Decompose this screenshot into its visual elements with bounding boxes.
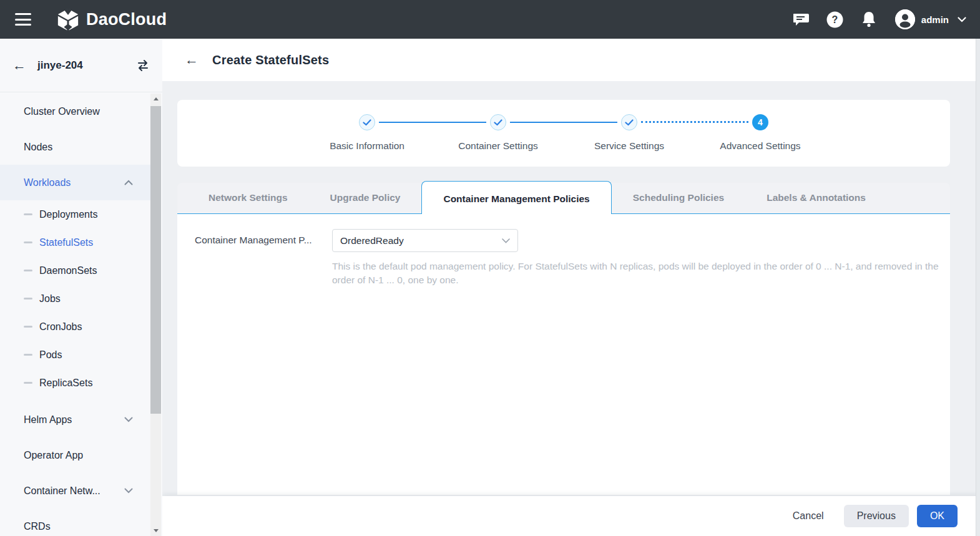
page-title: Create StatefulSets	[212, 53, 329, 67]
username[interactable]: admin	[921, 14, 949, 25]
stepper-card: Basic Information Container Settings Ser…	[177, 100, 950, 167]
select-value: OrderedReady	[340, 235, 404, 246]
step-label: Advanced Settings	[695, 140, 826, 152]
ok-button[interactable]: OK	[917, 505, 958, 527]
dash-icon	[24, 298, 32, 300]
sidebar-item-deployments[interactable]: Deployments	[0, 200, 150, 228]
brand-name: DaoCloud	[86, 10, 167, 29]
sidebar-item-label: Deployments	[39, 209, 97, 220]
topbar: DaoCloud ? admin	[0, 0, 980, 39]
sidebar-item-label: Container Netw...	[24, 485, 100, 497]
page-header: ← Create StatefulSets	[162, 39, 980, 81]
form-row: Container Management P... OrderedReady T…	[195, 229, 950, 287]
chevron-down-icon	[502, 238, 510, 243]
dash-icon	[24, 241, 32, 243]
pod-management-policy-select[interactable]: OrderedReady	[332, 229, 518, 252]
sidebar-item-label: Pods	[39, 349, 62, 361]
step-label: Service Settings	[564, 140, 695, 152]
tab-upgrade-policy[interactable]: Upgrade Policy	[309, 182, 422, 213]
messages-icon[interactable]	[793, 11, 810, 28]
cancel-button[interactable]: Cancel	[793, 510, 824, 522]
step-check-icon	[359, 114, 375, 130]
main-scrollbar-track[interactable]	[976, 39, 980, 536]
step-check-icon	[621, 114, 637, 130]
dash-icon	[24, 326, 32, 328]
cluster-back-icon[interactable]: ←	[12, 59, 26, 72]
tab-container-management-policies[interactable]: Container Management Policies	[421, 181, 611, 214]
sidebar-item-label: Nodes	[24, 142, 52, 153]
step-number: 4	[758, 117, 763, 127]
sidebar-item-label: Helm Apps	[24, 414, 72, 426]
menu-icon[interactable]	[15, 13, 31, 26]
user-menu-chevron-icon[interactable]	[958, 17, 966, 22]
sidebar-scrollbar[interactable]	[150, 94, 161, 536]
previous-button[interactable]: Previous	[844, 505, 909, 527]
sidebar-item-replicasets[interactable]: ReplicaSets	[0, 369, 150, 397]
sidebar-item-label: Cluster Overview	[24, 106, 100, 117]
sidebar-item-label: ReplicaSets	[39, 378, 92, 389]
scroll-up-icon[interactable]	[150, 94, 161, 104]
step-number-badge: 4	[752, 114, 768, 130]
step-advanced-settings: 4 Advanced Settings	[695, 114, 826, 167]
sidebar-item-daemonsets[interactable]: DaemonSets	[0, 256, 150, 285]
sidebar: ← jinye-204 Cluster Overview Nodes Workl…	[0, 39, 162, 536]
sidebar-header: ← jinye-204	[0, 39, 162, 92]
chevron-up-icon	[124, 180, 133, 185]
sidebar-item-workloads[interactable]: Workloads	[0, 165, 150, 200]
sidebar-nav: Cluster Overview Nodes Workloads Deploym…	[0, 94, 150, 536]
sidebar-item-statefulsets[interactable]: StatefulSets	[0, 228, 150, 256]
svg-text:?: ?	[832, 14, 838, 25]
dash-icon	[24, 270, 32, 271]
scrollbar-thumb[interactable]	[150, 106, 161, 414]
help-icon[interactable]: ?	[826, 11, 844, 28]
sidebar-item-label: CronJobs	[39, 321, 82, 333]
daocloud-logo-icon	[56, 7, 80, 31]
main-content: ← Create StatefulSets Basic Information …	[162, 39, 980, 536]
switch-cluster-icon[interactable]	[136, 59, 150, 72]
sidebar-item-label: DaemonSets	[39, 265, 97, 276]
step-label: Basic Information	[301, 140, 433, 152]
page-back-icon[interactable]: ←	[185, 53, 198, 67]
settings-panel: Network Settings Upgrade Policy Containe…	[177, 183, 950, 495]
dash-icon	[24, 213, 32, 215]
brand-logo[interactable]: DaoCloud	[56, 7, 167, 31]
sidebar-item-label: Operator App	[24, 450, 83, 461]
tab-labels-annotations[interactable]: Labels & Annotations	[745, 182, 887, 213]
sidebar-item-label: StatefulSets	[39, 237, 93, 248]
sidebar-item-label: CRDs	[24, 521, 51, 532]
sidebar-item-helm-apps[interactable]: Helm Apps	[0, 402, 150, 437]
sidebar-item-label: Workloads	[24, 177, 71, 188]
sidebar-item-jobs[interactable]: Jobs	[0, 285, 150, 313]
cluster-name: jinye-204	[37, 59, 83, 72]
tab-panel-body: Container Management P... OrderedReady T…	[177, 214, 950, 495]
footer-actions: Cancel Previous OK	[162, 496, 980, 536]
step-check-icon	[490, 114, 506, 130]
sidebar-item-cluster-overview[interactable]: Cluster Overview	[0, 94, 150, 129]
avatar[interactable]	[895, 9, 915, 29]
dash-icon	[24, 382, 32, 384]
sidebar-item-label: Jobs	[39, 293, 61, 305]
field-help-text: This is the default pod management polic…	[332, 260, 950, 287]
tab-scheduling-policies[interactable]: Scheduling Policies	[612, 182, 745, 213]
scroll-down-icon[interactable]	[150, 525, 161, 536]
tab-network-settings[interactable]: Network Settings	[187, 182, 309, 213]
step-label: Container Settings	[433, 140, 564, 152]
sidebar-item-pods[interactable]: Pods	[0, 341, 150, 369]
sidebar-item-crds[interactable]: CRDs	[0, 509, 150, 536]
notifications-icon[interactable]	[860, 11, 878, 28]
sidebar-item-nodes[interactable]: Nodes	[0, 129, 150, 165]
sidebar-item-cronjobs[interactable]: CronJobs	[0, 313, 150, 341]
chevron-down-icon	[124, 488, 133, 494]
sidebar-item-operator-app[interactable]: Operator App	[0, 437, 150, 473]
dash-icon	[24, 354, 32, 356]
field-label: Container Management P...	[195, 229, 332, 287]
sidebar-item-container-network[interactable]: Container Netw...	[0, 473, 150, 509]
tabbar: Network Settings Upgrade Policy Containe…	[177, 183, 950, 214]
chevron-down-icon	[124, 417, 133, 422]
